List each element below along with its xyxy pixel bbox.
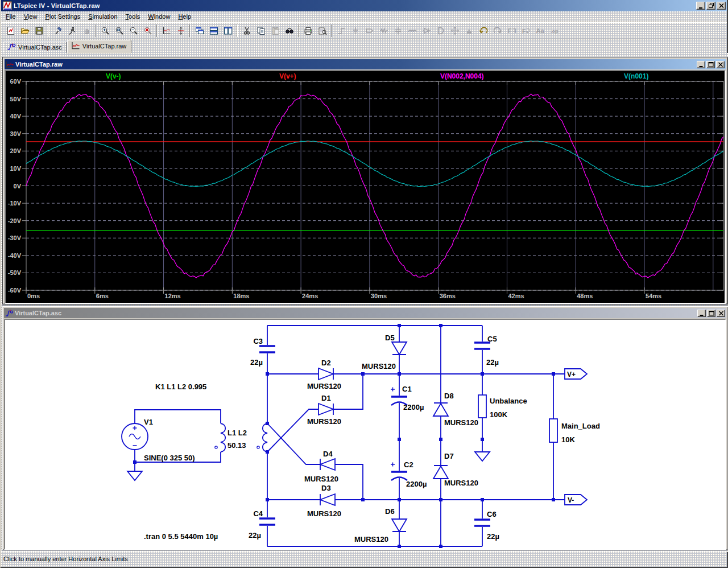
y-axis-label[interactable]: 30V	[10, 130, 21, 137]
diode-D5[interactable]	[392, 342, 407, 355]
component-label[interactable]: SINE(0 325 50)	[144, 454, 195, 462]
tab-virtualctap.raw[interactable]: VirtualCTap.raw	[67, 40, 131, 53]
y-axis-label[interactable]: 0V	[14, 183, 22, 190]
trace-label-V(n001)[interactable]: V(n001)	[624, 72, 648, 80]
diode-D7[interactable]	[433, 466, 448, 479]
menu-plot-settings[interactable]: Plot Settings	[41, 12, 84, 21]
component-label[interactable]: MURS120	[304, 475, 338, 483]
x-axis-label[interactable]: 24ms	[302, 293, 318, 299]
component-label[interactable]: C4	[253, 509, 263, 518]
component-label[interactable]: V1	[144, 418, 153, 426]
wave-maximize-button[interactable]	[706, 61, 715, 68]
component-label[interactable]: 22µ	[250, 358, 263, 367]
schematic-canvas[interactable]: V+ V-	[4, 319, 726, 550]
new-schematic-button[interactable]	[3, 24, 18, 38]
trace-label-V(N002,N004)[interactable]: V(N002,N004)	[440, 72, 484, 80]
resistor-main-load[interactable]	[549, 419, 557, 442]
diode-D1[interactable]	[318, 404, 333, 415]
x-axis-label[interactable]: 36ms	[440, 293, 456, 299]
x-axis-label[interactable]: 30ms	[371, 293, 387, 299]
component-label[interactable]: Unbalance	[490, 397, 527, 405]
component-label[interactable]: D4	[323, 450, 333, 458]
component-label[interactable]: MURS120	[354, 535, 388, 544]
component-label[interactable]: C1	[402, 385, 412, 393]
component-label[interactable]: L1 L2	[228, 429, 247, 437]
trace-label-V(v+)[interactable]: V(v+)	[279, 72, 296, 80]
close-button[interactable]	[717, 2, 726, 10]
wave-minimize-button[interactable]	[697, 61, 705, 68]
y-axis-label[interactable]: 40V	[10, 113, 21, 120]
find-button[interactable]	[282, 24, 296, 38]
component-label[interactable]: Main_Load	[561, 422, 600, 430]
menu-simulation[interactable]: Simulation	[84, 12, 121, 21]
open-button[interactable]	[18, 24, 32, 38]
y-axis-label[interactable]: 60V	[10, 78, 21, 85]
y-axis-label[interactable]: 20V	[10, 147, 21, 154]
menu-tools[interactable]: Tools	[122, 12, 144, 21]
x-axis-label[interactable]: 0ms	[27, 293, 40, 299]
component-label[interactable]: C6	[487, 510, 497, 518]
component-label[interactable]: MURS120	[307, 509, 341, 518]
component-label[interactable]: 2200µ	[406, 480, 427, 488]
diode-D8[interactable]	[433, 403, 448, 416]
wire[interactable]	[135, 326, 565, 546]
component-label[interactable]: MURS120	[307, 382, 341, 390]
spice-directive-text[interactable]: K1 L1 L2 0.995	[155, 382, 206, 391]
print-button[interactable]	[301, 24, 315, 38]
component-label[interactable]: C2	[404, 460, 413, 469]
net-flag-vminus[interactable]: V-	[565, 495, 587, 505]
capacitor-C4[interactable]	[259, 518, 275, 525]
y-axis-label[interactable]: -60V	[8, 287, 22, 294]
inductor-L2[interactable]	[257, 423, 267, 452]
print-preview-button[interactable]	[315, 24, 329, 38]
trace-label-V(v-)[interactable]: V(v-)	[106, 72, 121, 80]
y-axis-label[interactable]: 10V	[10, 165, 21, 172]
resistor-unbalance[interactable]	[478, 395, 486, 418]
waveform-plot[interactable]: 60V50V40V30V20V10V0V-10V-20V-30V-40V-50V…	[6, 71, 726, 304]
control-panel-button[interactable]	[51, 24, 65, 38]
copy-button[interactable]	[254, 24, 268, 38]
waveform-plot-area[interactable]: 60V50V40V30V20V10V0V-10V-20V-30V-40V-50V…	[5, 70, 726, 304]
net-flag-vplus[interactable]: V+	[565, 369, 587, 379]
axis-settings-button[interactable]	[173, 24, 188, 38]
component-label[interactable]: 2200µ	[403, 403, 424, 411]
component-label[interactable]: MURS120	[307, 417, 341, 426]
component-label[interactable]: D8	[444, 392, 454, 400]
component-label[interactable]: C3	[253, 337, 263, 345]
component-label[interactable]: MURS120	[444, 479, 478, 487]
y-axis-label[interactable]: -20V	[8, 217, 22, 224]
autorange-y-axis-button[interactable]	[159, 24, 173, 38]
y-axis-label[interactable]: 50V	[10, 96, 21, 102]
save-button[interactable]	[32, 24, 46, 38]
restore-button[interactable]	[706, 2, 715, 10]
inductor-L1[interactable]	[215, 423, 225, 452]
zoom-out-button[interactable]	[126, 24, 140, 38]
y-axis-label[interactable]: -50V	[8, 269, 22, 276]
menu-view[interactable]: View	[20, 12, 42, 21]
component-label[interactable]: D1	[321, 394, 331, 402]
x-axis-label[interactable]: 12ms	[165, 293, 181, 299]
component-label[interactable]: 10K	[561, 435, 575, 444]
y-axis-label[interactable]: -40V	[8, 252, 22, 259]
component-label[interactable]: D5	[385, 334, 395, 342]
run-button[interactable]	[65, 24, 79, 38]
capacitor-C5[interactable]	[474, 343, 490, 349]
cascade-windows-button[interactable]	[192, 24, 206, 38]
menu-file[interactable]: File	[2, 12, 20, 21]
zoom-in-button[interactable]	[98, 24, 112, 38]
capacitor-C3[interactable]	[259, 346, 275, 352]
component-label[interactable]: MURS120	[444, 418, 478, 427]
component-label[interactable]: D3	[321, 484, 331, 492]
zoom-back-button[interactable]	[140, 24, 155, 38]
component-label[interactable]: 22µ	[487, 532, 499, 541]
tile-vertical-button[interactable]	[221, 24, 235, 38]
x-axis-label[interactable]: 54ms	[646, 293, 661, 299]
voltage-source-V1[interactable]	[122, 423, 148, 450]
diode-D6[interactable]	[392, 519, 407, 532]
x-axis-label[interactable]: 42ms	[508, 293, 524, 299]
y-axis-label[interactable]: -10V	[8, 200, 22, 207]
tile-horizontal-button[interactable]	[206, 24, 221, 38]
x-axis-label[interactable]: 18ms	[233, 293, 249, 299]
component-label[interactable]: D7	[444, 452, 454, 460]
wave-close-button[interactable]	[716, 61, 725, 68]
